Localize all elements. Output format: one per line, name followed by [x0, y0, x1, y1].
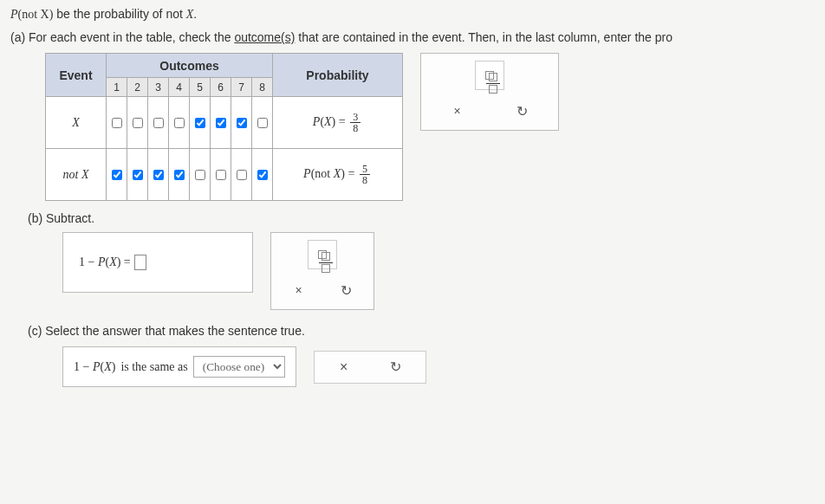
subtract-equation-box[interactable]: 1 − P(X) = [62, 232, 253, 293]
probability-header: Probability [273, 54, 403, 97]
p-symbol: P [10, 8, 18, 21]
checkbox-x-4[interactable] [174, 118, 185, 128]
row-notx-label: not X [46, 149, 107, 201]
part-b-label: (b) Subtract. [28, 211, 815, 225]
sentence-box: 1 − P(X) is the same as (Choose one) [62, 346, 296, 387]
prob-notx-cell[interactable]: P(not X) = 5 8 [273, 149, 403, 201]
checkbox-x-6[interactable] [216, 118, 226, 128]
checkbox-x-8[interactable] [257, 118, 268, 128]
checkbox-x-3[interactable] [153, 118, 164, 128]
sentence-mid: is the same as [120, 360, 187, 374]
checkbox-x-5[interactable] [195, 118, 205, 128]
intro-suffix: be the probability of not [53, 7, 185, 21]
col-7: 7 [231, 78, 252, 97]
tool-panel-a: × ↻ [420, 53, 559, 131]
checkbox-notx-2[interactable] [133, 170, 143, 180]
checkbox-x-7[interactable] [237, 118, 247, 128]
checkbox-notx-3[interactable] [153, 170, 164, 180]
part-c-label: (c) Select the answer that makes the sen… [28, 324, 815, 338]
col-5: 5 [190, 78, 211, 97]
col-4: 4 [169, 78, 190, 97]
part-a-label: (a) For each event in the table, check t… [10, 30, 815, 44]
answer-input-box[interactable] [134, 255, 146, 270]
clear-button-c[interactable]: × [327, 357, 361, 378]
checkbox-notx-7[interactable] [237, 170, 247, 180]
reset-button-b[interactable]: ↻ [332, 278, 361, 302]
clear-button[interactable]: × [443, 99, 472, 123]
checkbox-notx-8[interactable] [257, 170, 268, 180]
checkbox-notx-5[interactable] [195, 170, 205, 180]
fraction-tool-button[interactable] [475, 61, 504, 90]
clear-button-b[interactable]: × [284, 278, 314, 302]
prob-x-cell[interactable]: P(X) = 3 8 [273, 97, 403, 149]
fraction-x: 3 8 [350, 112, 361, 133]
row-x-label: X [46, 97, 107, 149]
col-3: 3 [148, 78, 169, 97]
checkbox-notx-6[interactable] [216, 170, 226, 180]
tool-panel-c: × ↻ [314, 351, 426, 384]
choose-one-select[interactable]: (Choose one) [193, 356, 285, 378]
checkbox-notx-1[interactable] [112, 170, 122, 180]
reset-button[interactable]: ↻ [508, 99, 537, 123]
outcomes-header: Outcomes [107, 54, 273, 78]
outcomes-table: Event Outcomes Probability 1 2 3 4 5 6 7… [45, 53, 403, 201]
intro-text: P(not X) be the probability of not X. [10, 7, 815, 22]
intro-arg: not X [22, 8, 49, 21]
checkbox-x-1[interactable] [112, 118, 122, 128]
fraction-icon [485, 71, 494, 80]
table-row: not X P(not X) = 5 8 [46, 149, 403, 201]
outcomes-link[interactable]: outcome(s) [234, 30, 295, 44]
col-6: 6 [211, 78, 231, 97]
fraction-icon [318, 250, 327, 259]
table-row: X P(X) = 3 8 [46, 97, 403, 149]
intro-var: X [186, 8, 194, 21]
checkbox-notx-4[interactable] [174, 170, 185, 180]
fraction-notx: 5 8 [360, 164, 370, 185]
checkbox-x-2[interactable] [133, 118, 143, 128]
fraction-tool-button-b[interactable] [308, 240, 337, 269]
event-header: Event [46, 54, 107, 97]
col-8: 8 [252, 78, 273, 97]
reset-button-c[interactable]: ↻ [379, 357, 413, 378]
col-2: 2 [127, 78, 148, 97]
tool-panel-b: × ↻ [270, 232, 374, 310]
col-1: 1 [107, 78, 127, 97]
